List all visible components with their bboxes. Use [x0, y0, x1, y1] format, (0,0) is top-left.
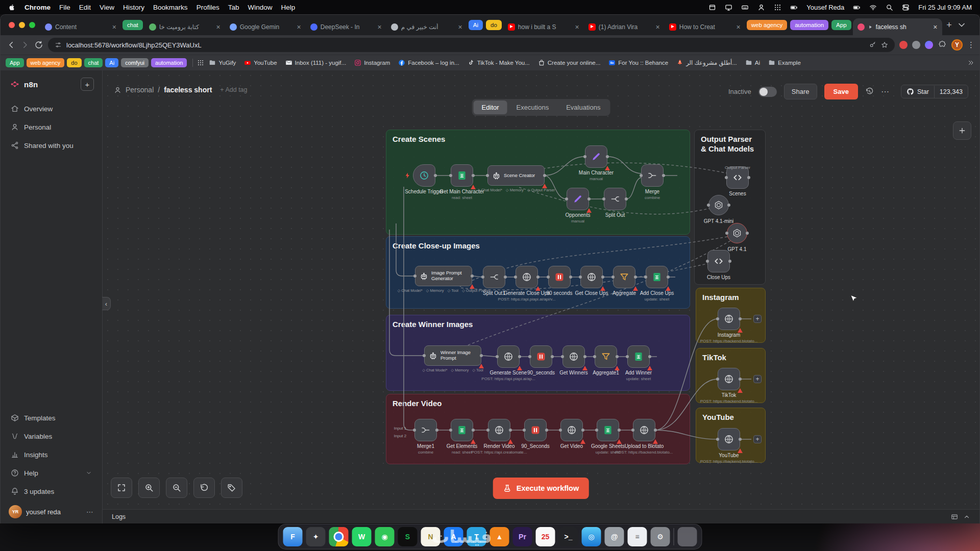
tab-close-button[interactable]: × — [933, 23, 937, 31]
dock-terminal[interactable]: >_ — [559, 527, 578, 546]
battery-icon[interactable] — [790, 4, 798, 11]
window-zoom-button[interactable] — [29, 22, 35, 28]
extension-icon[interactable] — [912, 41, 920, 49]
node-google-sheets[interactable] — [597, 419, 619, 441]
node-youtube[interactable] — [718, 428, 740, 450]
tab-group-chip-app[interactable]: App — [831, 20, 851, 30]
node-schedule-trigger[interactable] — [413, 164, 435, 187]
grid-icon[interactable] — [774, 4, 781, 11]
sidebar-item-overview[interactable]: Overview — [6, 100, 97, 117]
node-generate-scene[interactable] — [497, 345, 520, 368]
add-workflow-button[interactable]: + — [81, 78, 94, 91]
address-bar[interactable]: localhost:5678/workflow/8Ljhp25QEY3WaUxL — [48, 38, 895, 52]
node-tiktok[interactable] — [718, 368, 740, 390]
node-merge1[interactable] — [414, 419, 437, 441]
tab-close-button[interactable]: × — [112, 23, 116, 31]
node-add-winner[interactable] — [627, 345, 650, 368]
bookmark-tiktok-make-you[interactable]: TikTok - Make You... — [464, 58, 533, 68]
sidebar-item-templates[interactable]: Templates — [6, 409, 97, 427]
workflow-name[interactable]: faceless short — [164, 86, 212, 94]
window-icon[interactable] — [708, 4, 716, 11]
bookmark-group-chip-chat[interactable]: chat — [84, 58, 103, 67]
dock-calendar[interactable]: 25 — [536, 527, 555, 546]
tab-close-button[interactable]: × — [378, 23, 382, 31]
save-button[interactable]: Save — [824, 84, 858, 99]
node-get-video[interactable] — [560, 419, 583, 441]
dock-documents[interactable]: ≡ — [628, 527, 647, 546]
node-gpt-4-1-mini[interactable] — [708, 195, 729, 215]
dock-spotify[interactable]: S — [398, 527, 418, 546]
node-render-video[interactable] — [488, 419, 510, 441]
dock-mail[interactable]: @ — [605, 527, 624, 546]
menubar-clock[interactable]: Fri 25 Jul 9:09 AM — [918, 4, 972, 11]
bookmark-group-chip-web-agency[interactable]: web agency — [27, 58, 65, 67]
github-star-widget[interactable]: Star123,343 — [901, 85, 968, 98]
sidebar-user[interactable]: YRyousef reda⋯ — [6, 501, 97, 519]
reload-icon[interactable] — [34, 40, 43, 49]
bookmark-inbox-111-yugif[interactable]: Inbox (111) - yugif... — [282, 58, 350, 68]
node-aggregate[interactable] — [613, 266, 635, 288]
browser-tab-item[interactable]: كتابة بروميت خا× — [144, 18, 225, 35]
battery-icon[interactable] — [853, 4, 861, 11]
menubar-menu-file[interactable]: File — [59, 4, 70, 11]
zoom-out-button[interactable] — [166, 478, 187, 498]
forward-icon[interactable] — [20, 40, 30, 49]
search-icon[interactable] — [886, 4, 893, 11]
node-90-seconds[interactable] — [548, 266, 571, 288]
bookmark-group-chip-comfyui[interactable]: comfyui — [121, 58, 149, 67]
sidebar-item-help[interactable]: Help — [6, 464, 97, 482]
node-opponents[interactable] — [567, 188, 589, 210]
add-node-stub[interactable]: + — [753, 315, 762, 323]
more-actions-button[interactable]: ⋯ — [881, 87, 890, 96]
tab-close-button[interactable]: × — [575, 23, 579, 31]
add-node-stub[interactable]: + — [753, 435, 762, 443]
tab-close-button[interactable]: × — [737, 23, 741, 31]
bookmark-group-chip-app[interactable]: App — [6, 58, 24, 67]
node-close-ups[interactable] — [707, 250, 730, 272]
node-scene-creator[interactable]: Scene Creator — [487, 165, 545, 186]
apple-icon[interactable] — [8, 4, 16, 11]
browser-tab-how-to-creat[interactable]: How to Creat× — [665, 18, 745, 35]
bookmark-item[interactable]: أطلق مشروعك الر... — [673, 58, 741, 68]
add-node-button[interactable] — [953, 121, 971, 140]
dock-app-store[interactable]: A — [444, 527, 463, 546]
chevright2-icon[interactable] — [967, 59, 974, 66]
browser-tab-faceless-sh[interactable]: faceless sh× — [853, 18, 942, 35]
dock-premiere-pro[interactable]: Pr — [513, 527, 532, 546]
table-icon[interactable] — [951, 513, 958, 520]
node-instagram[interactable] — [718, 308, 740, 330]
menubar-menu-view[interactable]: View — [100, 4, 114, 11]
toggles-icon[interactable] — [902, 4, 910, 11]
dock-safari[interactable]: ◎ — [582, 527, 601, 546]
node-winner-image-prompt[interactable]: Winner Image Prompt — [424, 345, 481, 366]
browser-tab-item[interactable]: أنت خبير في م× — [386, 18, 467, 35]
bookmark-youtube[interactable]: YouTube — [240, 58, 280, 68]
browser-tab-google-gemin[interactable]: Google Gemin× — [225, 18, 306, 35]
sidebar-item-insights[interactable]: Insights — [6, 446, 97, 463]
dock-launchpad[interactable]: ✦ — [306, 527, 326, 546]
window-minimize-button[interactable] — [19, 22, 25, 28]
breadcrumb-project[interactable]: Personal — [126, 86, 154, 94]
adblock-extension-icon[interactable] — [899, 41, 908, 49]
browser-tab-1-adrian-vira[interactable]: (1) Adrian Vira× — [584, 18, 665, 35]
menubar-app-name[interactable]: Chrome — [24, 4, 51, 11]
node-get-close-ups[interactable] — [580, 266, 603, 288]
tab-group-chip-ai[interactable]: Ai — [469, 20, 483, 30]
workflow-canvas[interactable]: Create ScenesOutput Parser & Chat Models… — [103, 70, 979, 509]
tab-close-button[interactable]: × — [216, 23, 220, 31]
menubar-menu-help[interactable]: Help — [281, 4, 295, 11]
new-tab-button[interactable]: + — [942, 18, 957, 32]
active-toggle[interactable] — [758, 87, 777, 97]
sidebar-item-personal[interactable]: Personal — [6, 118, 97, 136]
chevup-icon[interactable] — [963, 513, 970, 520]
browser-menu-button[interactable]: ⋮ — [967, 40, 973, 49]
reset-zoom-button[interactable] — [193, 478, 215, 498]
browser-tab-how-i-built-a-s[interactable]: how i built a S× — [503, 18, 584, 35]
dock-chrome[interactable] — [329, 527, 349, 546]
dock-trash[interactable] — [678, 527, 697, 546]
dock-settings[interactable]: ⚙ — [651, 527, 670, 546]
zoom-to-fit-button[interactable] — [111, 478, 132, 498]
zoom-in-button[interactable] — [138, 478, 160, 498]
browser-tab-deepseek-in[interactable]: DeepSeek - In× — [306, 18, 386, 35]
bookmark-example[interactable]: Example — [765, 58, 804, 68]
